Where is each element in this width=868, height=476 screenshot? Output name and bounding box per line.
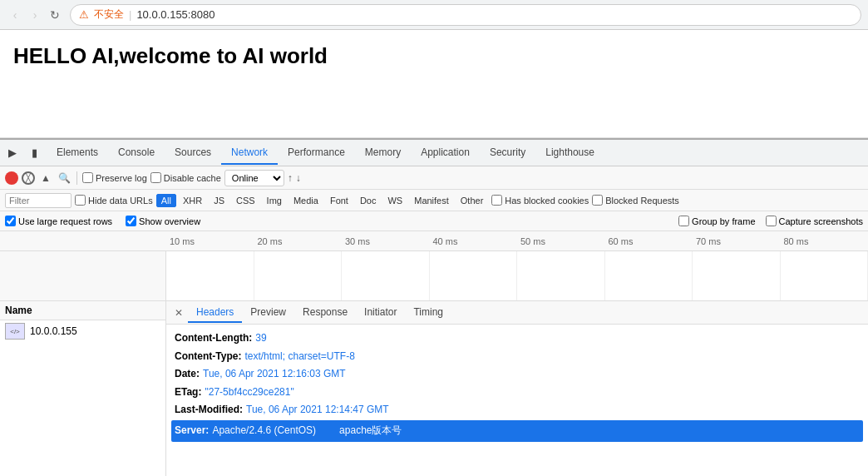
filter-img[interactable]: Img xyxy=(262,194,287,207)
file-list: Name </> 10.0.0.155 xyxy=(0,301,166,476)
options-row: Use large request rows Show overview Gro… xyxy=(0,211,868,231)
header-last-modified: Last-Modified: Tue, 06 Apr 2021 12:14:47… xyxy=(175,401,860,419)
mark-60ms: 60 ms xyxy=(605,236,693,246)
mark-70ms: 70 ms xyxy=(693,236,781,246)
headers-panel: ✕ Headers Preview Response Initiator Tim… xyxy=(166,301,868,476)
blocked-requests-checkbox[interactable]: Blocked Requests xyxy=(592,195,679,206)
mark-50ms: 50 ms xyxy=(517,236,605,246)
filter-xhr[interactable]: XHR xyxy=(178,194,207,207)
inspect-icon[interactable]: ▶ xyxy=(3,144,22,162)
filter-manifest[interactable]: Manifest xyxy=(409,194,454,207)
device-icon[interactable]: ▮ xyxy=(25,144,43,162)
filter-media[interactable]: Media xyxy=(289,194,323,207)
tab-application[interactable]: Application xyxy=(411,141,480,165)
filter-ws[interactable]: WS xyxy=(382,194,407,207)
timeline-name-col xyxy=(0,251,166,300)
warning-icon: ⚠ xyxy=(79,8,89,21)
nav-buttons: ‹ › ↻ xyxy=(7,7,63,23)
has-blocked-cookies-checkbox[interactable]: Has blocked cookies xyxy=(491,195,589,206)
header-content-type: Content-Type: text/html; charset=UTF-8 xyxy=(175,348,860,366)
filter-input[interactable] xyxy=(5,193,72,208)
header-date: Date: Tue, 06 Apr 2021 12:16:03 GMT xyxy=(175,365,860,384)
mark-80ms: 80 ms xyxy=(781,236,869,246)
separator-1 xyxy=(76,171,77,185)
tab-security[interactable]: Security xyxy=(480,141,535,165)
show-overview-option[interactable]: Show overview xyxy=(126,216,200,226)
filter-all[interactable]: All xyxy=(156,194,176,207)
file-icon-1: </> xyxy=(5,323,25,340)
timeline-area xyxy=(0,251,868,301)
address-text: 10.0.0.155:8080 xyxy=(136,8,215,21)
server-comment: apache版本号 xyxy=(339,422,402,440)
capture-screenshots-option[interactable]: Capture screenshots xyxy=(766,216,864,226)
tab-elements[interactable]: Elements xyxy=(47,141,108,165)
filter-font[interactable]: Font xyxy=(325,194,353,207)
download-icon[interactable]: ↓ xyxy=(296,172,301,184)
clear-button[interactable]: ╳ xyxy=(22,171,35,185)
tab-initiator[interactable]: Initiator xyxy=(356,303,405,323)
upload-icon[interactable]: ↑ xyxy=(288,172,293,184)
file-name-1: 10.0.0.155 xyxy=(30,325,77,337)
tab-preview[interactable]: Preview xyxy=(242,303,294,323)
headers-tabs: ✕ Headers Preview Response Initiator Tim… xyxy=(166,301,868,325)
file-item-1[interactable]: </> 10.0.0.155 xyxy=(0,320,165,342)
tab-performance[interactable]: Performance xyxy=(278,141,355,165)
filter-bar: Hide data URLs All XHR JS CSS Img Media … xyxy=(0,190,868,211)
tab-headers[interactable]: Headers xyxy=(188,303,242,323)
devtools-tools: ▶ ▮ xyxy=(3,144,43,162)
group-by-frame-option[interactable]: Group by frame xyxy=(678,216,755,226)
mark-40ms: 40 ms xyxy=(430,236,518,246)
network-main: Name </> 10.0.0.155 ✕ Headers Preview Re… xyxy=(0,301,868,476)
options-right: Group by frame Capture screenshots xyxy=(678,216,863,226)
back-button[interactable]: ‹ xyxy=(7,7,23,23)
red-arrow xyxy=(865,7,868,23)
header-server: Server: Apache/2.4.6 (CentOS) apache版本号 xyxy=(171,420,863,442)
header-etag: ETag: "27-5bf4cc29ce281" xyxy=(175,384,860,402)
tab-memory[interactable]: Memory xyxy=(355,141,411,165)
headers-content: Content-Length: 39 Content-Type: text/ht… xyxy=(166,325,868,448)
insecure-label: 不安全 xyxy=(94,7,124,22)
filter-icon[interactable]: ▲ xyxy=(38,171,53,186)
filter-doc[interactable]: Doc xyxy=(355,194,382,207)
tab-sources[interactable]: Sources xyxy=(165,141,221,165)
tab-timing[interactable]: Timing xyxy=(405,303,451,323)
preserve-log-checkbox[interactable]: Preserve log xyxy=(82,172,147,183)
headers-close-button[interactable]: ✕ xyxy=(170,304,188,322)
reload-button[interactable]: ↻ xyxy=(47,7,63,23)
browser-chrome: ‹ › ↻ ⚠ 不安全 | 10.0.0.155:8080 xyxy=(0,0,868,30)
mark-30ms: 30 ms xyxy=(342,236,430,246)
network-toolbar: ╳ ▲ 🔍 Preserve log Disable cache Online … xyxy=(0,166,868,190)
filter-types: All XHR JS CSS Img Media Font Doc WS Man… xyxy=(156,194,489,207)
throttle-select[interactable]: Online Fast 3G Slow 3G Offline xyxy=(224,170,284,186)
tab-lighthouse[interactable]: Lighthouse xyxy=(535,141,604,165)
page-content: HELLO AI,welcome to AI world xyxy=(0,30,868,138)
file-list-header: Name xyxy=(0,301,165,320)
tab-console[interactable]: Console xyxy=(108,141,165,165)
disable-cache-checkbox[interactable]: Disable cache xyxy=(150,172,221,183)
filter-css[interactable]: CSS xyxy=(231,194,260,207)
search-icon[interactable]: 🔍 xyxy=(57,171,72,186)
page-heading: HELLO AI,welcome to AI world xyxy=(13,43,855,69)
tab-response[interactable]: Response xyxy=(294,303,356,323)
address-bar[interactable]: ⚠ 不安全 | 10.0.0.155:8080 xyxy=(70,4,861,26)
tab-network[interactable]: Network xyxy=(221,141,278,165)
record-button[interactable] xyxy=(5,171,18,185)
mark-20ms: 20 ms xyxy=(254,236,343,246)
options-left: Use large request rows Show overview xyxy=(5,216,200,226)
timeline-graph xyxy=(166,251,868,300)
filter-js[interactable]: JS xyxy=(209,194,229,207)
header-content-length: Content-Length: 39 xyxy=(175,330,860,348)
filter-other[interactable]: Other xyxy=(456,194,489,207)
timeline-header: 10 ms 20 ms 30 ms 40 ms 50 ms 60 ms 70 m… xyxy=(0,231,868,251)
hide-data-urls-checkbox[interactable]: Hide data URLs xyxy=(75,195,153,206)
large-rows-option[interactable]: Use large request rows xyxy=(5,216,112,226)
devtools-panel: ▶ ▮ Elements Console Sources Network Per… xyxy=(0,138,868,476)
devtools-tab-bar: ▶ ▮ Elements Console Sources Network Per… xyxy=(0,140,868,166)
forward-button[interactable]: › xyxy=(27,7,43,23)
mark-10ms: 10 ms xyxy=(166,236,254,246)
